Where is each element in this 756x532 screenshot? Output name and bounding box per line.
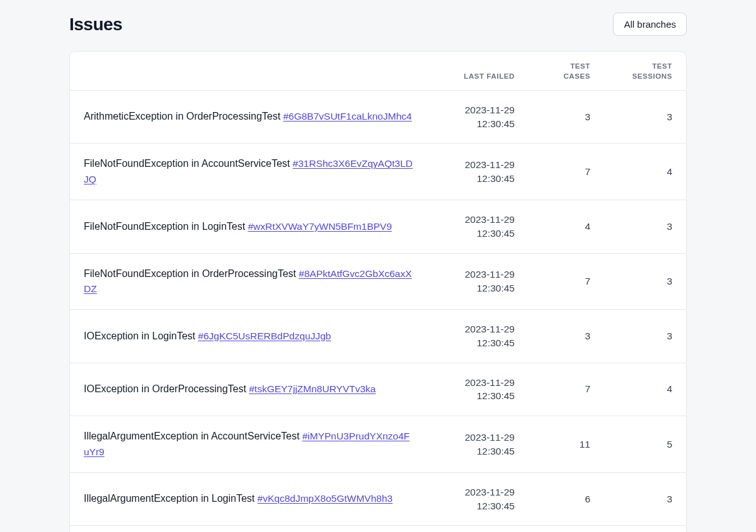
issue-title: IOException in OrderProcessingTest [84, 383, 246, 394]
issues-card: LAST FAILED TEST CASES TEST SESSIONS Ari… [69, 51, 687, 532]
col-header-test-sessions: TEST SESSIONS [604, 52, 686, 91]
col-header-test-cases-l2: CASES [563, 72, 590, 80]
test-cases-cell: 3 [529, 91, 604, 144]
test-sessions-cell: 4 [604, 363, 686, 416]
issue-title: IllegalArgumentException in LoginTest [84, 493, 255, 504]
issue-hash-link[interactable]: #6JgKC5UsRERBdPdzquJJgb [198, 331, 331, 341]
test-sessions-cell: 3 [604, 253, 686, 310]
test-cases-cell: 11 [529, 416, 604, 473]
test-cases-cell: 7 [529, 526, 604, 532]
last-failed-date: 2023-11-29 [442, 485, 515, 499]
last-failed-cell: 2023-11-2912:30:45 [428, 310, 529, 363]
test-sessions-cell: 5 [604, 416, 686, 473]
last-failed-date: 2023-11-29 [442, 158, 515, 172]
col-header-last-failed: LAST FAILED [428, 52, 529, 91]
test-sessions-cell: 4 [604, 144, 686, 200]
issue-cell: IOException in LoginTest #6JgKC5UsRERBdP… [70, 310, 428, 363]
issue-cell: IndexOutOfBoundsException in LoginTest #… [70, 526, 428, 532]
last-failed-cell: 2023-11-2912:30:45 [428, 253, 529, 310]
last-failed-time: 12:30:45 [442, 281, 515, 295]
issue-cell: FileNotFoundException in AccountServiceT… [70, 144, 428, 200]
all-branches-button[interactable]: All branches [613, 13, 687, 36]
issue-hash-link[interactable]: #tskGEY7jjZMn8URYVTv3ka [249, 383, 375, 394]
last-failed-date: 2023-11-29 [442, 213, 515, 227]
issue-hash-link[interactable]: #wxRtXVWaY7yWN5BFm1BPV9 [248, 221, 392, 232]
issue-title: ArithmeticException in OrderProcessingTe… [84, 111, 280, 122]
col-header-test-cases-l1: TEST [570, 62, 590, 70]
issue-hash-link[interactable]: #vKqc8dJmpX8o5GtWMVh8h3 [258, 493, 393, 504]
test-cases-cell: 3 [529, 310, 604, 363]
issue-title: IllegalArgumentException in AccountServi… [84, 431, 299, 441]
table-row[interactable]: IllegalArgumentException in AccountServi… [70, 416, 686, 473]
issue-cell: FileNotFoundException in LoginTest #wxRt… [70, 200, 428, 253]
issue-cell: FileNotFoundException in OrderProcessing… [70, 253, 428, 310]
table-row[interactable]: FileNotFoundException in AccountServiceT… [70, 144, 686, 200]
test-cases-cell: 4 [529, 200, 604, 253]
table-body: ArithmeticException in OrderProcessingTe… [70, 91, 686, 532]
test-cases-cell: 7 [529, 144, 604, 200]
table-row[interactable]: ArithmeticException in OrderProcessingTe… [70, 91, 686, 144]
last-failed-cell: 2023-11-2912:30:45 [428, 144, 529, 200]
last-failed-time: 12:30:45 [442, 444, 515, 458]
test-sessions-cell: 3 [604, 91, 686, 144]
last-failed-time: 12:30:45 [442, 172, 515, 186]
last-failed-cell: 2023-11-2912:30:45 [428, 363, 529, 416]
last-failed-time: 12:30:45 [442, 499, 515, 513]
issue-title: FileNotFoundException in OrderProcessing… [84, 268, 296, 279]
last-failed-cell: 2023-11-2912:30:45 [428, 416, 529, 473]
last-failed-time: 12:30:45 [442, 227, 515, 241]
last-failed-date: 2023-11-29 [442, 268, 515, 281]
last-failed-time: 12:30:45 [442, 336, 515, 350]
test-sessions-cell: 3 [604, 310, 686, 363]
col-header-test-sessions-l1: TEST [652, 62, 672, 70]
test-sessions-cell: 3 [604, 200, 686, 253]
test-cases-cell: 7 [529, 363, 604, 416]
last-failed-cell: 2023-11-2912:30:45 [428, 526, 529, 532]
table-row[interactable]: IOException in OrderProcessingTest #tskG… [70, 363, 686, 416]
table-row[interactable]: FileNotFoundException in LoginTest #wxRt… [70, 200, 686, 253]
last-failed-date: 2023-11-29 [442, 103, 515, 117]
issue-hash-link[interactable]: #6G8B7vSUtF1caLknoJMhc4 [283, 111, 411, 122]
last-failed-date: 2023-11-29 [442, 322, 515, 336]
test-sessions-cell: 3 [604, 472, 686, 525]
issue-cell: IOException in OrderProcessingTest #tskG… [70, 363, 428, 416]
issue-title: FileNotFoundException in AccountServiceT… [84, 158, 290, 169]
last-failed-date: 2023-11-29 [442, 431, 515, 444]
test-sessions-cell: 6 [604, 526, 686, 532]
table-header: LAST FAILED TEST CASES TEST SESSIONS [70, 52, 686, 91]
issue-title: IOException in LoginTest [84, 331, 195, 341]
table-row[interactable]: IOException in LoginTest #6JgKC5UsRERBdP… [70, 310, 686, 363]
table-row[interactable]: IllegalArgumentException in LoginTest #v… [70, 472, 686, 525]
table-row[interactable]: FileNotFoundException in OrderProcessing… [70, 253, 686, 310]
col-header-test-sessions-l2: SESSIONS [632, 72, 672, 80]
last-failed-date: 2023-11-29 [442, 376, 515, 390]
issue-cell: IllegalArgumentException in LoginTest #v… [70, 472, 428, 525]
issues-table: LAST FAILED TEST CASES TEST SESSIONS Ari… [70, 52, 686, 532]
col-header-issue [70, 52, 428, 91]
issue-cell: ArithmeticException in OrderProcessingTe… [70, 91, 428, 144]
table-row[interactable]: IndexOutOfBoundsException in LoginTest #… [70, 526, 686, 532]
last-failed-cell: 2023-11-2912:30:45 [428, 91, 529, 144]
issues-page: Issues All branches LAST FAILED TEST CAS… [0, 0, 756, 532]
last-failed-time: 12:30:45 [442, 389, 515, 403]
last-failed-cell: 2023-11-2912:30:45 [428, 472, 529, 525]
page-title: Issues [69, 14, 122, 35]
last-failed-time: 12:30:45 [442, 117, 515, 131]
issue-title: FileNotFoundException in LoginTest [84, 221, 245, 232]
issue-cell: IllegalArgumentException in AccountServi… [70, 416, 428, 473]
test-cases-cell: 7 [529, 253, 604, 310]
page-header: Issues All branches [69, 13, 687, 36]
col-header-test-cases: TEST CASES [529, 52, 604, 91]
test-cases-cell: 6 [529, 472, 604, 525]
last-failed-cell: 2023-11-2912:30:45 [428, 200, 529, 253]
